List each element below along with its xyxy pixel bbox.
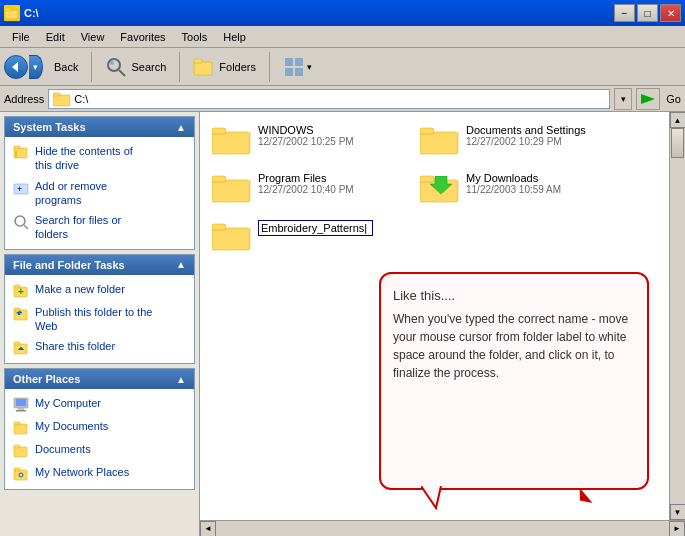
- hide-contents-icon: [13, 145, 29, 161]
- program-files-folder-icon: [212, 172, 252, 204]
- svg-rect-45: [212, 180, 250, 202]
- scroll-right-button[interactable]: ►: [669, 521, 685, 537]
- other-places-collapse[interactable]: ▲: [176, 374, 186, 385]
- new-folder-item[interactable]: + Make a new folder: [13, 281, 186, 300]
- speech-bubble-text: When you've typed the correct name - mov…: [393, 310, 635, 382]
- search-toolbar-icon: [105, 56, 127, 78]
- svg-rect-10: [285, 68, 293, 76]
- svg-rect-50: [212, 228, 250, 250]
- search-files-text: Search for files orfolders: [35, 213, 121, 242]
- scroll-left-button[interactable]: ◄: [200, 521, 216, 537]
- documents-icon: [13, 443, 29, 459]
- network-places-text: My Network Places: [35, 465, 129, 479]
- main-area-flex: WINDOWS 12/27/2002 10:25 PM Documents an…: [200, 112, 685, 520]
- menu-help[interactable]: Help: [215, 29, 254, 45]
- svg-rect-41: [212, 132, 250, 154]
- windows-folder-name: WINDOWS: [258, 124, 404, 136]
- docs-settings-folder-date: 12/27/2002 10:29 PM: [466, 136, 612, 147]
- main-area-wrapper: WINDOWS 12/27/2002 10:25 PM Documents an…: [200, 112, 685, 536]
- publish-folder-item[interactable]: Publish this folder to theWeb: [13, 304, 186, 335]
- scroll-thumb[interactable]: [671, 128, 684, 158]
- share-folder-text: Share this folder: [35, 339, 115, 353]
- go-label[interactable]: Go: [666, 93, 681, 105]
- scroll-down-button[interactable]: ▼: [670, 504, 686, 520]
- scroll-h-track[interactable]: [216, 521, 669, 536]
- hide-contents-text: Hide the contents ofthis drive: [35, 144, 133, 173]
- go-arrow[interactable]: [636, 88, 660, 110]
- speech-bubble: Like this.... When you've typed the corr…: [379, 272, 649, 490]
- my-documents-item[interactable]: My Documents: [13, 418, 186, 437]
- docs-settings-folder-icon: [420, 124, 460, 156]
- titlebar-title: C:\: [24, 7, 39, 19]
- address-dropdown[interactable]: ▾: [614, 88, 632, 110]
- menu-view[interactable]: View: [73, 29, 113, 45]
- folder-program-files[interactable]: Program Files 12/27/2002 10:40 PM: [208, 168, 408, 208]
- windows-folder-icon: [212, 124, 252, 156]
- other-places-header[interactable]: Other Places ▲: [5, 369, 194, 389]
- maximize-button[interactable]: □: [637, 4, 658, 22]
- docs-settings-folder-info: Documents and Settings 12/27/2002 10:29 …: [466, 124, 612, 147]
- publish-folder-icon: [13, 306, 29, 322]
- minimize-button[interactable]: −: [614, 4, 635, 22]
- search-files-item[interactable]: Search for files orfolders: [13, 212, 186, 243]
- svg-line-4: [119, 70, 125, 76]
- scroll-up-button[interactable]: ▲: [670, 112, 686, 128]
- search-button[interactable]: Search: [98, 53, 173, 81]
- folders-button[interactable]: Folders: [186, 53, 263, 81]
- hide-contents-item[interactable]: Hide the contents ofthis drive: [13, 143, 186, 174]
- my-downloads-folder-info: My Downloads 11/22/2003 10:59 AM: [466, 172, 612, 195]
- folder-my-downloads[interactable]: My Downloads 11/22/2003 10:59 AM: [416, 168, 616, 208]
- vertical-scrollbar[interactable]: ▲ ▼: [669, 112, 685, 520]
- share-folder-item[interactable]: Share this folder: [13, 338, 186, 357]
- back-label: Back: [47, 58, 85, 76]
- svg-rect-29: [14, 342, 20, 345]
- my-downloads-folder-name: My Downloads: [466, 172, 612, 184]
- folder-content[interactable]: WINDOWS 12/27/2002 10:25 PM Documents an…: [200, 112, 669, 520]
- svg-point-20: [15, 216, 25, 226]
- docs-settings-folder-name: Documents and Settings: [466, 124, 612, 136]
- menu-edit[interactable]: Edit: [38, 29, 73, 45]
- back-dropdown[interactable]: ▾: [29, 55, 43, 79]
- folder-windows[interactable]: WINDOWS 12/27/2002 10:25 PM: [208, 120, 408, 160]
- views-button[interactable]: ▾: [276, 53, 319, 81]
- file-folder-tasks-collapse[interactable]: ▲: [176, 259, 186, 270]
- file-folder-tasks-header[interactable]: File and Folder Tasks ▲: [5, 255, 194, 275]
- left-panel: System Tasks ▲ Hide the contents ofthis …: [0, 112, 200, 536]
- embroidery-folder-info: [258, 220, 404, 236]
- my-computer-item[interactable]: My Computer: [13, 395, 186, 414]
- search-files-icon: [13, 214, 29, 230]
- back-button[interactable]: [4, 55, 28, 79]
- menubar: File Edit View Favorites Tools Help: [0, 26, 685, 48]
- scroll-track[interactable]: [670, 128, 685, 504]
- other-places-section: Other Places ▲ My Computer: [4, 368, 195, 490]
- program-files-folder-name: Program Files: [258, 172, 404, 184]
- system-tasks-header[interactable]: System Tasks ▲: [5, 117, 194, 137]
- svg-marker-14: [641, 94, 655, 104]
- menu-file[interactable]: File: [4, 29, 38, 45]
- speech-bubble-title: Like this....: [393, 286, 635, 306]
- svg-rect-31: [16, 399, 26, 406]
- svg-rect-6: [194, 62, 212, 75]
- program-files-folder-info: Program Files 12/27/2002 10:40 PM: [258, 172, 404, 195]
- main-content: System Tasks ▲ Hide the contents ofthis …: [0, 112, 685, 536]
- speech-bubble-tail: [421, 486, 451, 510]
- add-remove-item[interactable]: + Add or removeprograms: [13, 178, 186, 209]
- horizontal-scrollbar[interactable]: ◄ ►: [200, 520, 685, 536]
- documents-item[interactable]: Documents: [13, 441, 186, 460]
- svg-rect-12: [53, 95, 70, 106]
- my-downloads-folder-date: 11/22/2003 10:59 AM: [466, 184, 612, 195]
- addressbar: Address C:\ ▾ Go: [0, 86, 685, 112]
- network-places-item[interactable]: My Network Places: [13, 464, 186, 483]
- address-value: C:\: [74, 93, 88, 105]
- system-tasks-collapse[interactable]: ▲: [176, 122, 186, 133]
- address-input[interactable]: C:\: [48, 89, 610, 109]
- svg-rect-46: [212, 176, 226, 182]
- menu-favorites[interactable]: Favorites: [112, 29, 173, 45]
- folder-rename-input[interactable]: [258, 220, 373, 236]
- svg-rect-7: [194, 59, 202, 63]
- folder-documents-settings[interactable]: Documents and Settings 12/27/2002 10:29 …: [416, 120, 616, 160]
- views-toolbar-icon: [283, 56, 305, 78]
- menu-tools[interactable]: Tools: [174, 29, 216, 45]
- folder-embroidery[interactable]: [208, 216, 408, 256]
- close-button[interactable]: ✕: [660, 4, 681, 22]
